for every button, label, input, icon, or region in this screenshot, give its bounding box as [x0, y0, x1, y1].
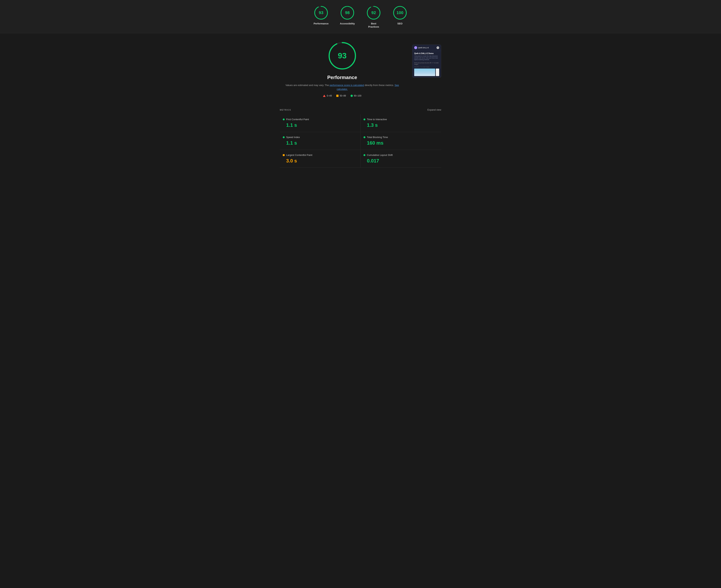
metric-cls-label: Cumulative Layout Shift: [367, 154, 393, 156]
metric-cls-icon: [363, 154, 365, 156]
legend-orange: 50–89: [336, 94, 346, 97]
preview-logo-text: Qwik DALL·E: [418, 47, 429, 49]
metric-tbt-value: 160 ms: [363, 140, 438, 146]
metric-tti: Time to Interactive 1.3 s: [360, 114, 441, 132]
metrics-header: METRICS Expand view: [280, 108, 441, 111]
preview-input-label: Enter your prompt and press ⌘ +↵ to crea…: [414, 62, 439, 65]
score-value-performance: 93: [319, 10, 323, 15]
legend-orange-label: 50–89: [340, 94, 346, 97]
metric-si-label: Speed Index: [286, 136, 300, 139]
score-item-accessibility[interactable]: 98 Accessibility: [340, 5, 355, 28]
metric-si-icon: [283, 136, 285, 138]
scores-bar: 93 Performance 98 Accessibility 92 BestP…: [0, 0, 721, 33]
metric-si: Speed Index 1.1 s: [280, 132, 360, 150]
metric-si-header: Speed Index: [283, 136, 357, 139]
preview-title: Qwik & DALL·E Demo: [414, 52, 439, 55]
preview-images: [414, 68, 439, 76]
score-legend: 0–49 50–89 90–100: [280, 94, 405, 97]
score-circle-accessibility: 98: [340, 5, 355, 20]
metric-cls: Cumulative Layout Shift 0.017: [360, 150, 441, 168]
score-circle-best-practices: 92: [366, 5, 381, 20]
metrics-grid: First Contentful Paint 1.1 s Time to Int…: [280, 114, 441, 168]
score-label-accessibility: Accessibility: [340, 22, 355, 25]
score-value-best-practices: 92: [372, 10, 376, 15]
white-image-preview: [436, 68, 439, 76]
red-icon: [323, 94, 325, 97]
perf-score-link[interactable]: performance score is calculated: [330, 84, 364, 87]
score-item-best-practices[interactable]: 92 BestPractices: [366, 5, 381, 28]
metric-tti-header: Time to Interactive: [363, 118, 438, 121]
orange-icon: [336, 94, 339, 97]
metric-fcp: First Contentful Paint 1.1 s: [280, 114, 360, 132]
score-item-performance[interactable]: 93 Performance: [314, 5, 328, 28]
desc-start: Values are estimated and may vary. The: [285, 84, 329, 87]
metric-lcp-icon: [283, 154, 285, 156]
metric-tbt-header: Total Blocking Time: [363, 136, 438, 139]
green-icon: [351, 94, 353, 97]
metric-lcp-value: 3.0 s: [283, 158, 357, 164]
score-label-seo: SEO: [397, 22, 402, 25]
preview-body: Qwik & DALL·E Demo Using Qwik to create …: [412, 51, 441, 78]
metric-lcp-label: Largest Contentful Paint: [286, 154, 312, 156]
performance-description: Values are estimated and may vary. The p…: [280, 83, 405, 91]
score-label-performance: Performance: [314, 22, 328, 25]
github-icon: ⊙: [437, 46, 439, 49]
metric-fcp-icon: [283, 119, 285, 120]
legend-red: 0–49: [323, 94, 332, 97]
metric-tti-label: Time to Interactive: [367, 118, 387, 121]
legend-green: 90–100: [351, 94, 361, 97]
score-circle-performance: 93: [314, 5, 328, 20]
qwik-logo-icon: [414, 46, 417, 49]
main-content: 93 Performance Values are estimated and …: [276, 33, 445, 175]
score-value-seo: 100: [397, 10, 403, 15]
metrics-section: METRICS Expand view First Contentful Pai…: [280, 108, 441, 168]
metric-cls-header: Cumulative Layout Shift: [363, 154, 438, 156]
metric-si-value: 1.1 s: [283, 140, 357, 146]
site-preview: Qwik DALL·E ⊙ Qwik & DALL·E Demo Using Q…: [412, 44, 441, 78]
performance-section: 93 Performance Values are estimated and …: [280, 41, 441, 97]
big-score-value: 93: [338, 51, 346, 60]
big-score-circle: 93: [327, 41, 357, 71]
performance-details: 93 Performance Values are estimated and …: [280, 41, 405, 97]
metric-fcp-header: First Contentful Paint: [283, 118, 357, 121]
metric-fcp-value: 1.1 s: [283, 122, 357, 128]
preview-card: Qwik DALL·E ⊙ Qwik & DALL·E Demo Using Q…: [412, 44, 441, 78]
sky-image-preview: [414, 68, 435, 76]
metric-lcp: Largest Contentful Paint 3.0 s: [280, 150, 360, 168]
metrics-title: METRICS: [280, 109, 291, 111]
legend-red-label: 0–49: [327, 94, 332, 97]
score-value-accessibility: 98: [345, 10, 349, 15]
metric-tti-icon: [363, 119, 365, 120]
metric-tti-value: 1.3 s: [363, 122, 438, 128]
desc-middle: directly from these metrics.: [365, 84, 394, 87]
score-circle-seo: 100: [393, 5, 407, 20]
expand-view-button[interactable]: Expand view: [427, 108, 441, 111]
metric-tbt-label: Total Blocking Time: [367, 136, 388, 139]
metric-tbt-icon: [363, 136, 365, 138]
preview-header: Qwik DALL·E ⊙: [412, 45, 441, 51]
metric-cls-value: 0.017: [363, 158, 438, 164]
preview-logo: Qwik DALL·E: [414, 46, 429, 49]
metric-tbt: Total Blocking Time 160 ms: [360, 132, 441, 150]
score-item-seo[interactable]: 100 SEO: [393, 5, 407, 28]
metric-fcp-label: First Contentful Paint: [286, 118, 309, 121]
preview-description: Using Qwik to create this fully interact…: [414, 55, 439, 61]
score-label-best-practices: BestPractices: [368, 22, 379, 28]
preview-press-label: Press ⌘ + ↵ to create images.: [414, 66, 439, 67]
performance-title: Performance: [280, 75, 405, 80]
metric-lcp-header: Largest Contentful Paint: [283, 154, 357, 156]
legend-green-label: 90–100: [354, 94, 361, 97]
